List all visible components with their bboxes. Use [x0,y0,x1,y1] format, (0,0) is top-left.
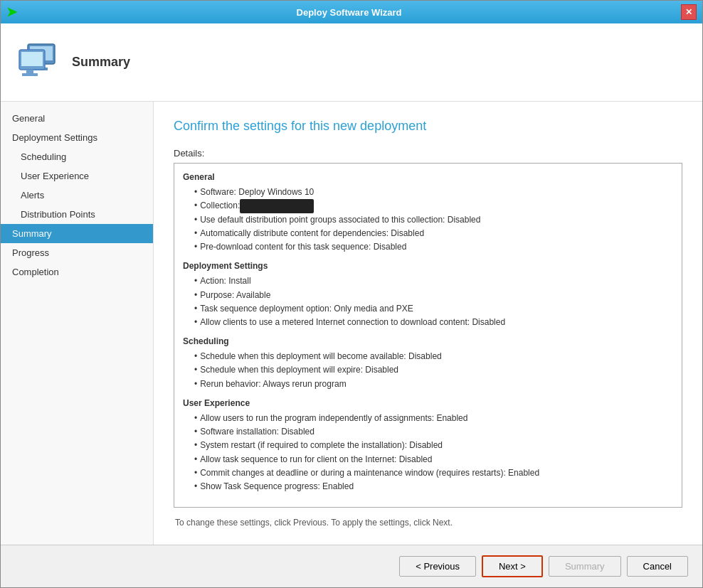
details-label: Details: [174,148,682,159]
detail-action: Action: Install [183,274,673,288]
next-button[interactable]: Next > [482,555,543,577]
sidebar-item-general[interactable]: General [1,109,153,128]
close-button[interactable]: ✕ [681,4,697,20]
window-title: Deploy Software Wizard [17,7,681,18]
detail-system-restart: System restart (if required to complete … [183,439,673,452]
sidebar-item-scheduling[interactable]: Scheduling [1,147,153,166]
section-scheduling-title: Scheduling [183,335,673,348]
detail-distribution-groups: Use default distribution point groups as… [183,213,673,227]
detail-schedule-expire: Schedule when this deployment will expir… [183,363,673,377]
arrow-icon: ➤ [6,4,17,20]
detail-rerun: Rerun behavior: Always rerun program [183,378,673,391]
cancel-button[interactable]: Cancel [627,556,688,577]
section-ux-title: User Experience [183,397,673,410]
details-box[interactable]: General Software: Deploy Windows 10 Coll… [174,163,682,508]
sidebar-item-user-experience[interactable]: User Experience [1,166,153,186]
title-bar: ➤ Deploy Software Wizard ✕ [1,1,702,23]
section-deployment-title: Deployment Settings [183,260,673,273]
detail-internet-client: Allow task sequence to run for client on… [183,453,673,466]
summary-button: Summary [549,556,621,577]
computer-icon [15,38,60,87]
detail-auto-distribute: Automatically distribute content for dep… [183,227,673,240]
page-title: Confirm the settings for this new deploy… [174,119,682,134]
footer-note: To change these settings, click Previous… [174,518,682,528]
header-icon-area [15,40,60,85]
previous-button[interactable]: < Previous [399,556,476,577]
detail-show-progress: Show Task Sequence progress: Enabled [183,480,673,493]
bottom-bar: < Previous Next > Summary Cancel [1,545,702,587]
detail-predownload: Pre-download content for this task seque… [183,240,673,254]
main-panel: Confirm the settings for this new deploy… [154,102,702,545]
wizard-window: ➤ Deploy Software Wizard ✕ [0,0,703,588]
sidebar: General Deployment Settings Scheduling U… [1,102,154,545]
detail-commit-changes: Commit changes at deadline or during a m… [183,466,673,480]
detail-metered: Allow clients to use a metered Internet … [183,316,673,329]
detail-software: Software: Deploy Windows 10 [183,186,673,199]
sidebar-item-alerts[interactable]: Alerts [1,186,153,205]
sidebar-item-distribution-points[interactable]: Distribution Points [1,205,153,224]
sidebar-item-deployment-settings[interactable]: Deployment Settings [1,128,153,147]
detail-collection: Collection: [183,199,673,213]
redacted-text [240,199,313,213]
section-general-title: General [183,171,673,184]
svg-rect-6 [26,70,33,73]
header-area: Summary [1,23,702,102]
detail-software-install: Software installation: Disabled [183,425,673,439]
sidebar-item-progress[interactable]: Progress [1,243,153,262]
sidebar-item-summary[interactable]: Summary [1,224,153,243]
svg-rect-5 [21,52,43,66]
header-title: Summary [72,55,130,70]
content-area: General Deployment Settings Scheduling U… [1,102,702,545]
detail-purpose: Purpose: Available [183,289,673,302]
svg-rect-7 [22,73,38,76]
detail-task-seq-option: Task sequence deployment option: Only me… [183,302,673,316]
detail-schedule-available: Schedule when this deployment will becom… [183,350,673,363]
title-controls: ✕ [681,4,697,20]
detail-allow-users: Allow users to run the program independe… [183,412,673,425]
sidebar-item-completion[interactable]: Completion [1,262,153,282]
